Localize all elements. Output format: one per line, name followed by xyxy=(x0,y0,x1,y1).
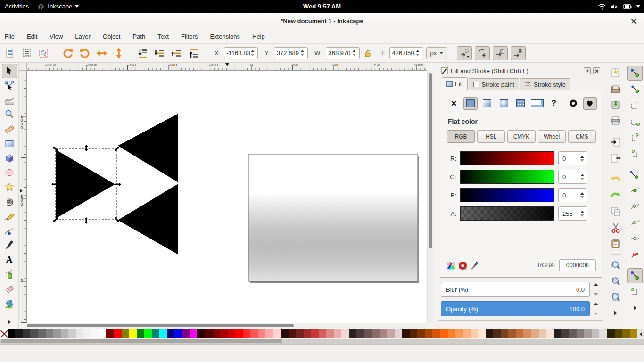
blue-slider[interactable] xyxy=(460,188,554,202)
dialog-close-button[interactable] xyxy=(593,67,600,74)
rectangle-tool[interactable] xyxy=(2,136,17,151)
vertical-ruler[interactable]: 1000 500 0 xyxy=(19,71,27,323)
palette-swatch[interactable] xyxy=(8,329,15,338)
deselect-button[interactable] xyxy=(37,46,51,60)
spin-up-icon[interactable] xyxy=(580,156,584,158)
paste-button[interactable] xyxy=(608,236,623,251)
toolbox-expand-button[interactable] xyxy=(2,314,17,329)
palette-swatch[interactable] xyxy=(561,329,569,338)
palette-swatch[interactable] xyxy=(440,329,447,338)
menu-path[interactable]: Path xyxy=(132,33,145,40)
selected-star-shape[interactable] xyxy=(56,150,115,218)
pen-tool[interactable] xyxy=(2,223,17,238)
palette-swatch[interactable] xyxy=(546,329,554,338)
eraser-tool[interactable] xyxy=(2,281,17,296)
raise-step-button[interactable] xyxy=(170,46,184,60)
spin-down-icon[interactable] xyxy=(580,159,584,162)
spray-tool[interactable] xyxy=(2,267,17,282)
snap-expand-button[interactable] xyxy=(627,300,643,315)
palette-swatch[interactable] xyxy=(265,329,273,338)
palette-swatch[interactable] xyxy=(304,329,311,338)
spin-down-icon[interactable] xyxy=(251,54,255,56)
palette-swatch[interactable] xyxy=(584,329,592,338)
palette-swatch[interactable] xyxy=(501,329,508,338)
palette-swatch[interactable] xyxy=(83,329,91,338)
palette-swatch[interactable] xyxy=(341,329,349,338)
palette-swatch[interactable] xyxy=(197,329,205,338)
menu-file[interactable]: File xyxy=(5,33,15,40)
palette-swatch[interactable] xyxy=(289,329,296,338)
palette-swatch[interactable] xyxy=(182,329,190,338)
scrollbar-thumb[interactable] xyxy=(1,339,282,343)
alpha-value-field[interactable]: 255 xyxy=(558,206,587,221)
canvas-vertical-scrollbar[interactable] xyxy=(427,71,433,323)
document-new-button[interactable] xyxy=(608,66,623,81)
menu-text[interactable]: Text xyxy=(157,33,169,40)
document-save-button[interactable] xyxy=(608,98,623,113)
zoom-tool[interactable] xyxy=(2,107,17,122)
out-of-gamut-icon[interactable] xyxy=(459,262,467,270)
palette-swatch[interactable] xyxy=(569,329,577,338)
paint-linear-gradient-button[interactable] xyxy=(480,97,494,110)
palette-swatch[interactable] xyxy=(486,329,493,338)
calligraphy-tool[interactable] xyxy=(2,238,17,253)
export-button[interactable] xyxy=(608,151,623,166)
canvas-viewport[interactable] xyxy=(27,71,427,323)
snap-bbox-edges-button[interactable] xyxy=(627,98,643,113)
scrollbar-thumb[interactable] xyxy=(429,73,432,248)
y-field[interactable]: 372.689 xyxy=(274,47,308,59)
palette-swatch[interactable] xyxy=(622,329,630,338)
lower-to-bottom-button[interactable] xyxy=(136,46,150,60)
paint-swatch-button[interactable] xyxy=(530,97,544,110)
spiral-tool[interactable] xyxy=(2,194,17,209)
spin-down-icon[interactable] xyxy=(594,313,598,315)
snap-cusp-nodes-button[interactable] xyxy=(627,215,643,230)
palette-swatch[interactable] xyxy=(174,329,182,338)
palette-swatch[interactable] xyxy=(205,329,213,338)
palette-swatch[interactable] xyxy=(258,329,265,338)
red-value-field[interactable]: 0 xyxy=(558,151,587,165)
spin-up-icon[interactable] xyxy=(594,283,598,286)
mode-hsl[interactable]: HSL xyxy=(477,130,505,143)
clock[interactable]: Wed 9:57 AM xyxy=(0,3,644,10)
star-tool[interactable] xyxy=(2,180,17,195)
palette-swatch[interactable] xyxy=(190,329,197,338)
palette-swatch[interactable] xyxy=(228,329,235,338)
select-all-layers-button[interactable] xyxy=(20,46,34,60)
gamut-warning-icon[interactable] xyxy=(447,262,455,270)
paint-pattern-button[interactable] xyxy=(513,97,527,110)
palette-swatch[interactable] xyxy=(46,329,53,338)
palette-swatch[interactable] xyxy=(144,329,152,338)
spin-up-icon[interactable] xyxy=(416,50,420,52)
spin-up-icon[interactable] xyxy=(251,50,255,52)
palette-scrollbar[interactable] xyxy=(0,339,644,344)
palette-swatch[interactable] xyxy=(455,329,463,338)
palette-swatch[interactable] xyxy=(508,329,516,338)
paint-bucket-tool[interactable] xyxy=(2,296,17,311)
commands-expand-button[interactable] xyxy=(608,305,623,321)
system-tray[interactable] xyxy=(598,0,640,13)
palette-swatch[interactable] xyxy=(319,329,326,338)
palette-swatch[interactable] xyxy=(220,329,228,338)
selector-tool[interactable] xyxy=(2,64,17,78)
palette-swatch[interactable] xyxy=(599,329,607,338)
snap-others-button[interactable] xyxy=(627,268,643,283)
tab-stroke-style[interactable]: Stroke style xyxy=(520,78,570,90)
palette-swatch[interactable] xyxy=(38,329,45,338)
copy-button[interactable] xyxy=(608,204,623,219)
palette-swatch[interactable] xyxy=(478,329,486,338)
paint-radial-gradient-button[interactable] xyxy=(497,97,511,110)
palette-swatch[interactable] xyxy=(387,329,395,338)
palette-swatch[interactable] xyxy=(395,329,402,338)
palette-swatch[interactable] xyxy=(152,329,159,338)
fill-rule-evenodd-button[interactable] xyxy=(566,97,580,110)
lower-step-button[interactable] xyxy=(153,46,167,60)
palette-swatch[interactable] xyxy=(273,329,281,338)
palette-swatch[interactable] xyxy=(53,329,61,338)
palette-swatch[interactable] xyxy=(281,329,288,338)
rotate-cw-button[interactable] xyxy=(78,46,92,60)
mode-cms[interactable]: CMS xyxy=(568,130,596,143)
tab-fill[interactable]: Fill xyxy=(442,77,468,90)
scale-stroke-toggle[interactable] xyxy=(457,46,472,60)
select-all-button[interactable] xyxy=(3,46,17,60)
